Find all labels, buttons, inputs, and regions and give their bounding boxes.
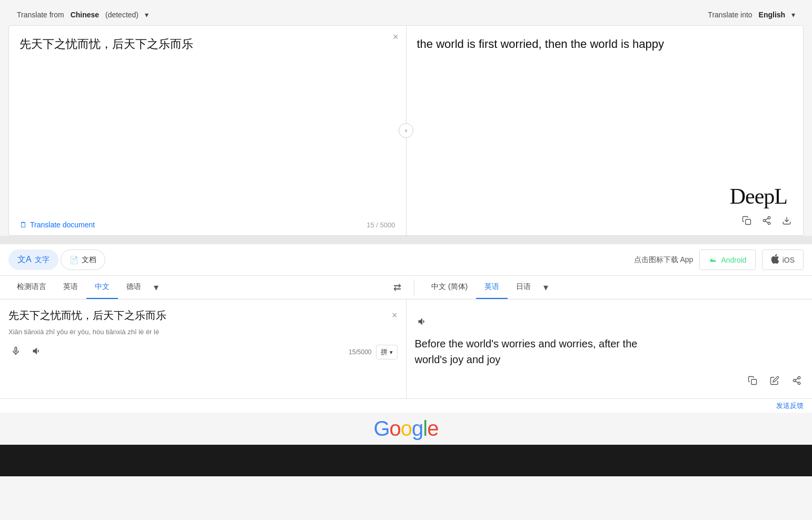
deepl-source-lang-name: Chinese xyxy=(71,11,99,19)
google-output-icons xyxy=(746,374,804,390)
deepl-panels: 先天下之忧而忧，后天下之乐而乐 × 🗒 Translate document 1… xyxy=(8,25,804,236)
google-output-copy-button[interactable] xyxy=(746,374,759,390)
google-tab-text[interactable]: 文A 文字 xyxy=(8,249,58,270)
google-logo-partial: Google xyxy=(373,417,438,440)
google-pinyin-select-button[interactable]: 拼 ▾ xyxy=(376,345,398,359)
svg-rect-9 xyxy=(751,379,757,385)
android-icon xyxy=(708,254,718,265)
google-tab-document[interactable]: 📄 文档 xyxy=(61,249,105,270)
google-tab-document-label: 文档 xyxy=(82,255,96,265)
deepl-download-button[interactable] xyxy=(781,215,793,229)
google-feedback-button[interactable]: 发送反馈 xyxy=(776,401,804,411)
deepl-copy-button[interactable] xyxy=(741,215,752,229)
svg-point-11 xyxy=(793,379,796,382)
svg-rect-0 xyxy=(746,219,751,225)
google-swap-languages-button[interactable]: ⇄ xyxy=(389,279,405,295)
output-share-icon xyxy=(792,376,801,385)
speaker-icon xyxy=(32,346,42,356)
section-divider xyxy=(0,236,812,244)
deepl-source-detected: (detected) xyxy=(105,11,138,19)
translate-doc-label: Translate document xyxy=(30,221,95,229)
lang-panel-divider xyxy=(414,279,414,295)
google-tabs-left: 文A 文字 📄 文档 xyxy=(8,249,105,270)
output-copy-icon xyxy=(748,376,757,385)
chevron-down-icon-target-google: ▾ xyxy=(543,282,548,293)
google-clear-input-button[interactable]: × xyxy=(392,311,398,320)
download-app-text: 点击图标下载 App xyxy=(634,255,694,265)
google-target-lang-zh[interactable]: 中文 (简体) xyxy=(423,276,476,299)
google-input-right-footer: 15/5000 拼 ▾ xyxy=(349,345,397,359)
ios-label: iOS xyxy=(783,256,795,264)
svg-line-13 xyxy=(795,381,798,383)
chevron-down-icon: ▾ xyxy=(145,11,148,19)
google-speaker-button[interactable] xyxy=(29,344,44,361)
google-output-share-button[interactable] xyxy=(790,374,804,390)
pinyin-chevron-icon: ▾ xyxy=(390,349,393,356)
google-lang-tabs-left: 检测语言 英语 中文 德语 ▾ xyxy=(8,276,389,299)
google-pinyin-text: Xiān tiānxià zhī yōu ér yōu, hòu tiānxià… xyxy=(8,327,398,337)
copy-icon xyxy=(742,216,751,225)
document-tab-icon: 📄 xyxy=(70,256,78,264)
feedback-label: 发送反馈 xyxy=(776,402,804,409)
google-lang-row: 检测语言 英语 中文 德语 ▾ ⇄ 中文 (简体) 英语 日语 ▾ xyxy=(0,276,812,299)
google-top-right: 点击图标下载 App Android xyxy=(634,249,804,270)
google-translate-section: 文A 文字 📄 文档 点击图标下载 App Android xyxy=(0,244,812,445)
deepl-source-lang-btn[interactable]: Translate from Chinese (detected) ▾ xyxy=(13,8,153,21)
google-output-footer xyxy=(415,374,804,390)
google-output-text: Before the world's worries and worries, … xyxy=(415,336,804,367)
google-output-speaker xyxy=(415,314,804,332)
google-target-lang-en[interactable]: 英语 xyxy=(476,276,508,299)
deepl-swap-button[interactable]: › xyxy=(399,123,413,138)
google-input-footer: 15/5000 拼 ▾ xyxy=(8,344,398,361)
swap-icon: ⇄ xyxy=(393,282,401,293)
chevron-down-icon-target: ▾ xyxy=(791,11,795,19)
google-tab-text-label: 文字 xyxy=(35,255,49,265)
google-lang-tabs-right: 中文 (简体) 英语 日语 ▾ xyxy=(423,276,804,299)
google-source-lang-more[interactable]: ▾ xyxy=(150,276,163,298)
google-source-lang-en[interactable]: 英语 xyxy=(55,276,86,299)
google-target-lang-more[interactable]: ▾ xyxy=(539,276,552,298)
svg-point-2 xyxy=(763,219,766,222)
deepl-input-textarea[interactable]: 先天下之忧而忧，后天下之乐而乐 xyxy=(19,36,395,205)
google-input-panel: 先天下之忧而忧，后天下之乐而乐 × Xiān tiānxià zhī yōu é… xyxy=(0,299,407,398)
deepl-output-text: the world is first worried, then the wor… xyxy=(417,36,793,53)
google-target-lang-ja[interactable]: 日语 xyxy=(508,276,539,299)
deepl-input-panel: 先天下之忧而忧，后天下之乐而乐 × 🗒 Translate document 1… xyxy=(9,26,407,235)
google-source-lang-zh[interactable]: 中文 xyxy=(86,276,118,299)
deepl-target-lang-btn[interactable]: Translate into English ▾ xyxy=(704,8,799,21)
output-speaker-icon xyxy=(417,316,428,327)
google-char-count: 15/5000 xyxy=(349,348,371,356)
svg-point-10 xyxy=(798,377,800,379)
svg-line-4 xyxy=(765,221,768,223)
android-download-button[interactable]: Android xyxy=(699,249,755,270)
google-output-line2: world's joy and joy xyxy=(415,354,501,365)
translate-document-button[interactable]: 🗒 Translate document xyxy=(19,221,95,229)
document-icon: 🗒 xyxy=(19,221,27,229)
google-input-text-wrapper: 先天下之忧而忧，后天下之乐而乐 × xyxy=(8,308,398,323)
google-top-bar: 文A 文字 📄 文档 点击图标下载 App Android xyxy=(0,244,812,276)
deepl-output-footer xyxy=(741,215,793,229)
deepl-logo: DeepL xyxy=(730,184,787,209)
svg-point-8 xyxy=(714,258,715,259)
google-mic-button[interactable] xyxy=(8,344,23,361)
deepl-share-button[interactable] xyxy=(761,215,773,229)
mic-icon xyxy=(11,346,21,356)
google-source-lang-de[interactable]: 德语 xyxy=(118,276,150,299)
svg-point-12 xyxy=(798,382,800,385)
deepl-section: Translate from Chinese (detected) ▾ Tran… xyxy=(0,0,812,236)
deepl-target-lang-prefix: Translate into xyxy=(708,11,752,19)
google-output-speaker-button[interactable] xyxy=(415,314,430,332)
translate-text-icon: 文A xyxy=(17,254,32,265)
download-icon xyxy=(782,216,791,225)
google-feedback-row: 发送反馈 xyxy=(0,398,812,413)
svg-point-1 xyxy=(768,217,770,219)
deepl-clear-button[interactable]: × xyxy=(393,32,399,42)
share-icon xyxy=(762,216,771,225)
pencil-icon xyxy=(770,376,779,385)
ios-download-button[interactable]: iOS xyxy=(762,249,804,270)
svg-line-5 xyxy=(765,218,768,220)
arrow-right-icon: › xyxy=(405,127,407,134)
google-source-lang-detect[interactable]: 检测语言 xyxy=(8,276,55,299)
google-output-edit-button[interactable] xyxy=(768,374,781,390)
deepl-header: Translate from Chinese (detected) ▾ Tran… xyxy=(8,8,804,25)
